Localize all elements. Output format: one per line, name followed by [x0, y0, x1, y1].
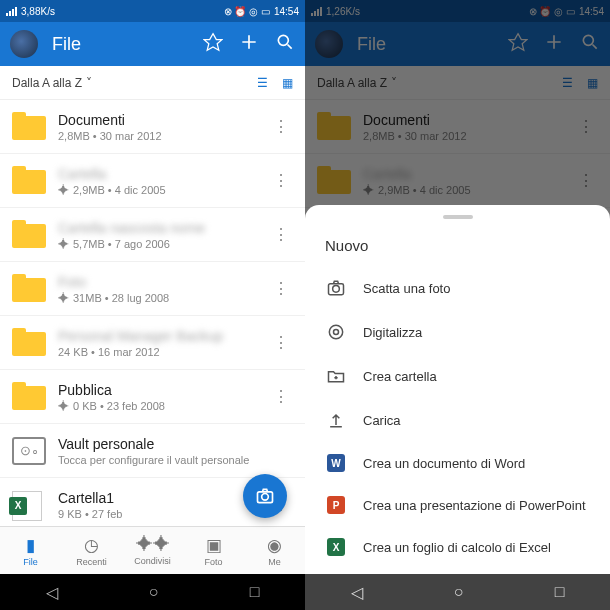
recents-button[interactable]: □	[555, 583, 565, 601]
file-item[interactable]: Cartella nascosta nome ⯌5,7MB • 7 ago 20…	[0, 208, 305, 262]
recents-button[interactable]: □	[250, 583, 260, 601]
search-icon	[580, 32, 600, 57]
folder-icon	[317, 116, 351, 140]
svg-point-6	[329, 325, 342, 338]
status-bar: 3,88K/s ⊗ ⏰ ◎ ▭14:54	[0, 0, 305, 22]
file-item[interactable]: ⊙∘ Vault personale Tocca per configurare…	[0, 424, 305, 478]
home-button[interactable]: ○	[454, 583, 464, 601]
list-view-icon[interactable]: ☰	[257, 76, 268, 90]
folder-icon	[12, 170, 46, 194]
shared-icon: ⯌	[58, 292, 69, 304]
file-item[interactable]: Personal Manager Backup 24 KB • 16 mar 2…	[0, 316, 305, 370]
file-item[interactable]: Documenti 2,8MB • 30 mar 2012 ⋮	[0, 100, 305, 154]
more-icon[interactable]: ⋮	[269, 221, 293, 248]
shared-icon: ⯌	[58, 400, 69, 412]
file-list[interactable]: Documenti 2,8MB • 30 mar 2012 ⋮ Cartella…	[0, 100, 305, 526]
app-bar: File	[0, 22, 305, 66]
sort-dropdown[interactable]: Dalla A alla Z˅	[12, 76, 257, 90]
folder-icon	[12, 224, 46, 248]
sheet-handle[interactable]	[443, 215, 473, 219]
system-nav: ◁ ○ □	[305, 574, 610, 610]
file-meta: 24 KB • 16 mar 2012	[58, 346, 257, 358]
status-icons: ⊗ ⏰ ◎ ▭	[529, 6, 575, 17]
sheet-item-label: Crea una presentazione di PowerPoint	[363, 498, 586, 513]
file-name: Pubblica	[58, 382, 257, 398]
back-button[interactable]: ◁	[46, 583, 58, 602]
add-icon[interactable]	[239, 32, 259, 57]
more-icon[interactable]: ⋮	[574, 113, 598, 140]
clock: 14:54	[579, 6, 604, 17]
avatar[interactable]	[10, 30, 38, 58]
file-meta: 9 KB • 27 feb	[58, 508, 257, 520]
more-icon[interactable]: ⋮	[269, 329, 293, 356]
file-item[interactable]: Documenti 2,8MB • 30 mar 2012 ⋮	[305, 100, 610, 154]
back-button[interactable]: ◁	[351, 583, 363, 602]
shared-icon: ⯌	[363, 184, 374, 196]
search-icon[interactable]	[275, 32, 295, 57]
svg-point-5	[333, 286, 340, 293]
chevron-down-icon: ˅	[391, 76, 397, 90]
folder-icon	[12, 278, 46, 302]
sheet-item-label: Crea un documento di Word	[363, 456, 525, 471]
camera-fab[interactable]	[243, 474, 287, 518]
svg-point-7	[334, 330, 339, 335]
file-meta: 2,8MB • 30 mar 2012	[363, 130, 562, 142]
file-item[interactable]: Cartella ⯌2,9MB • 4 dic 2005 ⋮	[305, 154, 610, 208]
nav-foto[interactable]: ▣ Foto	[183, 527, 244, 574]
file-meta: ⯌31MB • 28 lug 2008	[58, 292, 257, 304]
excel-file-icon: X	[12, 491, 42, 521]
file-name: Cartella	[363, 166, 562, 182]
file-meta: Tocca per configurare il vault personale	[58, 454, 293, 466]
sheet-item-camera[interactable]: Scatta una foto	[305, 266, 610, 310]
status-icons: ⊗ ⏰ ◎ ▭	[224, 6, 270, 17]
sheet-item-newfolder[interactable]: Crea cartella	[305, 354, 610, 398]
nav-condivisi[interactable]: ⯌⯌ Condivisi	[122, 527, 183, 574]
word-icon: W	[325, 454, 347, 472]
nav-file[interactable]: ▮ File	[0, 527, 61, 574]
avatar[interactable]	[315, 30, 343, 58]
sheet-item-ppt[interactable]: P Crea una presentazione di PowerPoint	[305, 484, 610, 526]
file-meta: ⯌2,9MB • 4 dic 2005	[363, 184, 562, 196]
file-name: Documenti	[363, 112, 562, 128]
file-name: Cartella1	[58, 490, 257, 506]
file-name: Documenti	[58, 112, 257, 128]
file-item[interactable]: Cartella ⯌2,9MB • 4 dic 2005 ⋮	[0, 154, 305, 208]
more-icon[interactable]: ⋮	[269, 113, 293, 140]
newfolder-icon	[325, 366, 347, 386]
system-nav: ◁ ○ □	[0, 574, 305, 610]
xls-icon: X	[325, 538, 347, 556]
grid-view-icon: ▦	[587, 76, 598, 90]
nav-label: File	[23, 557, 38, 567]
more-icon[interactable]: ⋮	[269, 275, 293, 302]
nav-recenti[interactable]: ◷ Recenti	[61, 527, 122, 574]
file-meta: 2,8MB • 30 mar 2012	[58, 130, 257, 142]
sheet-title: Nuovo	[305, 231, 610, 266]
file-name: Vault personale	[58, 436, 293, 452]
file-item[interactable]: Foto ⯌31MB • 28 lug 2008 ⋮	[0, 262, 305, 316]
app-bar: File	[305, 22, 610, 66]
grid-view-icon[interactable]: ▦	[282, 76, 293, 90]
file-item[interactable]: Pubblica ⯌0 KB • 23 feb 2008 ⋮	[0, 370, 305, 424]
bottom-nav: ▮ File ◷ Recenti ⯌⯌ Condivisi ▣ Foto ◉ M…	[0, 526, 305, 574]
sheet-item-word[interactable]: W Crea un documento di Word	[305, 442, 610, 484]
sheet-item-scan[interactable]: Digitalizza	[305, 310, 610, 354]
nav-me[interactable]: ◉ Me	[244, 527, 305, 574]
home-button[interactable]: ○	[149, 583, 159, 601]
list-view-icon: ☰	[562, 76, 573, 90]
scan-icon	[325, 322, 347, 342]
file-meta: ⯌5,7MB • 7 ago 2006	[58, 238, 257, 250]
sheet-item-xls[interactable]: X Crea un foglio di calcolo di Excel	[305, 526, 610, 568]
file-meta: ⯌2,9MB • 4 dic 2005	[58, 184, 257, 196]
more-icon[interactable]: ⋮	[269, 167, 293, 194]
camera-icon	[325, 278, 347, 298]
add-icon	[544, 32, 564, 57]
status-bar: 1,26K/s ⊗ ⏰ ◎ ▭14:54	[305, 0, 610, 22]
svg-point-3	[583, 35, 593, 45]
more-icon[interactable]: ⋮	[574, 167, 598, 194]
shared-icon: ⯌	[58, 184, 69, 196]
people-icon: ⯌⯌	[136, 535, 170, 555]
premium-icon[interactable]	[203, 32, 223, 57]
more-icon[interactable]: ⋮	[269, 383, 293, 410]
nav-label: Condivisi	[134, 556, 171, 566]
sheet-item-upload[interactable]: Carica	[305, 398, 610, 442]
